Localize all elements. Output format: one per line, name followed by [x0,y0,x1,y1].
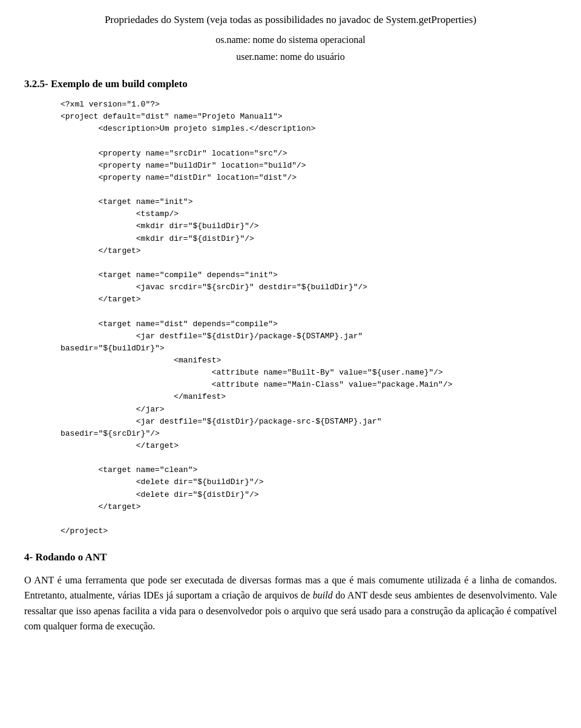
section-build-heading: 3.2.5- Exemplo de um build completo [24,76,557,92]
page-container: Propriedades do System (veja todas as po… [24,12,557,634]
section-4-paragraph: O ANT é uma ferramenta que pode ser exec… [24,572,557,634]
section-build: 3.2.5- Exemplo de um build completo <?xm… [24,76,557,538]
header-section: Propriedades do System (veja todas as po… [24,12,557,64]
paragraph-text-1: O ANT é uma ferramenta que pode ser exec… [24,575,557,632]
italic-build: build [313,590,333,600]
section-4: 4- Rodando o ANT O ANT é uma ferramenta … [24,549,557,634]
code-block-build: <?xml version="1.0"?> <project default="… [61,99,557,537]
header-title: Propriedades do System (veja todas as po… [24,12,557,28]
section-4-heading: 4- Rodando o ANT [24,549,557,565]
header-item-os: os.name: nome do sistema operacional [24,33,557,47]
header-item-user: user.name: nome do usuário [24,50,557,64]
